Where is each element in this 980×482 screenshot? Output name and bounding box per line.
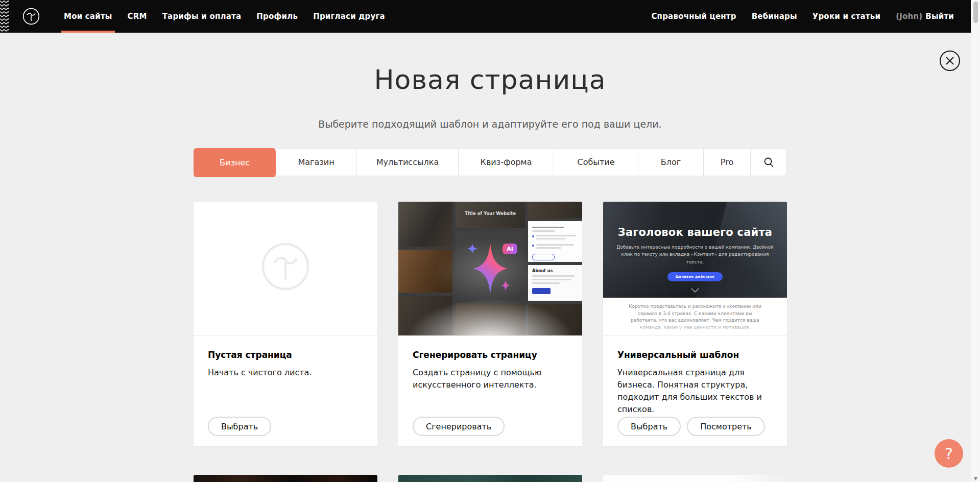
- nav-item-webinars[interactable]: Вебинары: [744, 0, 805, 33]
- card-title: Универсальный шаблон: [617, 350, 773, 360]
- tab-blog[interactable]: Блог: [638, 149, 704, 176]
- blank-page-preview[interactable]: [194, 202, 377, 335]
- nav-right-menu: Справочный центр Вебинары Уроки и статьи…: [643, 0, 962, 33]
- card-title: Пустая страница: [208, 350, 363, 360]
- chevron-down-icon: [691, 288, 699, 293]
- top-navbar: Мои сайты CRM Тарифы и оплата Профиль Пр…: [0, 0, 980, 33]
- card-description: Универсальная страница для бизнеса. Поня…: [617, 367, 773, 416]
- fade-overlay: [603, 324, 787, 335]
- card-actions: Выбрать Посмотреть: [617, 417, 765, 436]
- hero-text: Добавьте интересные подробности о вашей …: [616, 244, 774, 266]
- template-card-partial[interactable]: [398, 475, 582, 482]
- zigzag-pattern-icon: [0, 0, 9, 33]
- new-page-dialog: Мои сайты CRM Тарифы и оплата Профиль Пр…: [0, 0, 980, 482]
- next-cards-row: [194, 475, 787, 482]
- nav-item-my-sites[interactable]: Мои сайты: [56, 0, 120, 33]
- card-body: Сгенерировать страницу Создать страницу …: [398, 336, 582, 446]
- page-subtitle: Выберите подходящий шаблон и адаптируйте…: [0, 118, 980, 130]
- card-actions: Сгенерировать: [413, 417, 505, 436]
- tab-multilink[interactable]: Мультиссылка: [357, 149, 459, 176]
- hero-title: Заголовок вашего сайта: [603, 226, 787, 238]
- card-ai-generate: Title of Your Website About us: [398, 202, 582, 446]
- choose-button[interactable]: Выбрать: [208, 417, 271, 436]
- nav-item-profile[interactable]: Профиль: [249, 0, 305, 33]
- question-icon: ?: [945, 445, 953, 463]
- template-card-partial[interactable]: [603, 475, 787, 482]
- preview-button[interactable]: Посмотреть: [687, 417, 765, 436]
- template-preview[interactable]: Заголовок вашего сайта Добавьте интересн…: [603, 202, 787, 335]
- user-name-label: (John): [896, 12, 922, 21]
- search-tab[interactable]: [751, 149, 786, 176]
- ai-preview[interactable]: Title of Your Website About us: [398, 202, 582, 335]
- template-card-partial[interactable]: [194, 475, 377, 482]
- scrollbar-down-arrow[interactable]: ▼: [971, 476, 980, 481]
- hero-cta-button: Целевое действие: [667, 272, 723, 281]
- choose-button[interactable]: Выбрать: [617, 417, 681, 436]
- nav-item-crm[interactable]: CRM: [120, 0, 155, 33]
- sparkle-small-icon: [501, 280, 510, 291]
- tab-event[interactable]: Событие: [554, 149, 638, 176]
- page-title: Новая страница: [0, 64, 980, 95]
- template-hero: Заголовок вашего сайта Добавьте интересн…: [603, 202, 787, 298]
- generate-button[interactable]: Сгенерировать: [413, 417, 505, 436]
- nav-item-lessons[interactable]: Уроки и статьи: [805, 0, 888, 33]
- template-category-tabs: Бизнес Магазин Мультиссылка Квиз-форма С…: [194, 148, 786, 176]
- nav-item-logout[interactable]: (John) Выйти: [888, 0, 962, 33]
- card-universal-template: Заголовок вашего сайта Добавьте интересн…: [603, 202, 787, 446]
- nav-item-help-center[interactable]: Справочный центр: [643, 0, 744, 33]
- template-text-section: Коротко представьтесь и расскажите о ком…: [603, 298, 787, 335]
- tilda-logo-icon[interactable]: [22, 8, 40, 25]
- scrollbar-thumb[interactable]: [973, 2, 978, 23]
- template-cards-row: Пустая страница Начать с чистого листа. …: [194, 202, 787, 446]
- nav-item-tariffs[interactable]: Тарифы и оплата: [155, 0, 249, 33]
- card-description: Создать страницу с помощью искусственног…: [413, 367, 568, 391]
- tab-quiz-form[interactable]: Квиз-форма: [459, 149, 554, 176]
- card-title: Сгенерировать страницу: [413, 350, 568, 360]
- card-description: Начать с чистого листа.: [208, 367, 363, 379]
- search-icon: [763, 157, 774, 168]
- card-blank-page: Пустая страница Начать с чистого листа. …: [194, 202, 377, 446]
- card-body: Пустая страница Начать с чистого листа. …: [194, 336, 377, 446]
- card-body: Универсальный шаблон Универсальная стран…: [603, 336, 787, 446]
- ai-badge: AI: [503, 244, 517, 254]
- tab-shop[interactable]: Магазин: [276, 149, 357, 176]
- help-button[interactable]: ?: [935, 439, 963, 468]
- scrollbar: ▼: [971, 0, 980, 482]
- tab-pro[interactable]: Pro: [704, 149, 751, 176]
- nav-item-invite-friend[interactable]: Пригласи друга: [305, 0, 393, 33]
- nav-left-menu: Мои сайты CRM Тарифы и оплата Профиль Пр…: [56, 0, 393, 33]
- tab-business[interactable]: Бизнес: [194, 148, 276, 177]
- logout-label: Выйти: [925, 12, 954, 21]
- card-actions: Выбрать: [208, 417, 271, 436]
- tilda-logo-watermark-icon: [261, 242, 310, 291]
